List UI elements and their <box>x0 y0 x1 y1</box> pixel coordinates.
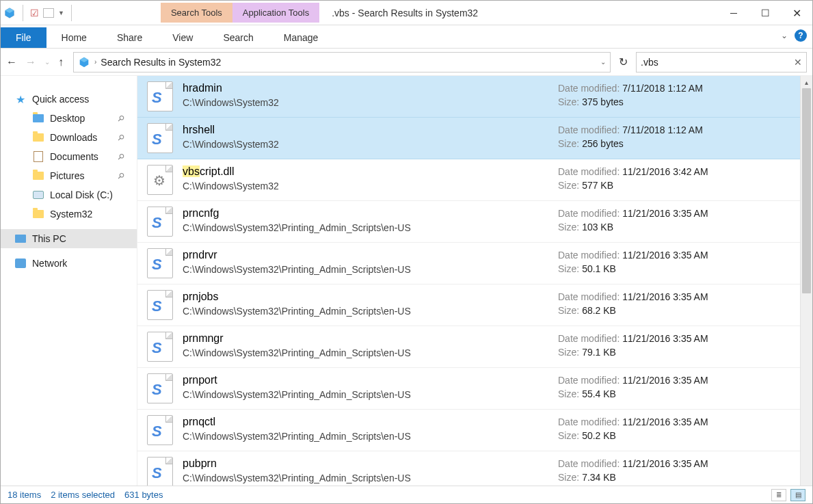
content-view-button[interactable]: ▤ <box>790 489 805 501</box>
result-row[interactable]: prnqctlC:\Windows\System32\Printing_Admi… <box>137 410 800 451</box>
date-modified-label: Date modified: <box>558 457 619 470</box>
pin-icon: ⚲ <box>116 113 126 124</box>
qat-dropdown-icon[interactable]: ▼ <box>58 10 64 16</box>
ribbon-tabs: File Home Share View Search Manage ⌄ ? <box>1 25 812 49</box>
tab-search[interactable]: Search <box>208 27 268 48</box>
result-name-column: pubprnC:\Windows\System32\Printing_Admin… <box>183 457 548 484</box>
this-pc-icon <box>14 233 27 244</box>
result-name-column: prndrvrC:\Windows\System32\Printing_Admi… <box>183 248 548 276</box>
size-label: Size: <box>558 470 579 484</box>
sidebar-quick-access[interactable]: ★ Quick access <box>1 90 137 109</box>
result-row[interactable]: vbscript.dllC:\Windows\System32Date modi… <box>137 159 800 201</box>
result-row[interactable]: prnjobsC:\Windows\System32\Printing_Admi… <box>137 284 800 326</box>
sidebar-system32[interactable]: System32 <box>1 204 137 224</box>
tab-search-tools[interactable]: Search Tools <box>161 3 232 23</box>
tab-share[interactable]: Share <box>102 27 157 48</box>
tab-manage[interactable]: Manage <box>269 27 334 48</box>
date-modified-label: Date modified: <box>558 290 619 304</box>
folder-icon <box>32 170 44 181</box>
file-name: vbscript.dll <box>183 165 548 178</box>
details-view-button[interactable]: ≣ <box>771 489 786 501</box>
date-modified-value: 11/21/2016 3:35 AM <box>622 248 708 262</box>
file-path: C:\Windows\System32\Printing_Admin_Scrip… <box>183 430 548 442</box>
result-row[interactable]: hradminC:\Windows\System32Date modified:… <box>137 76 800 118</box>
separator <box>71 5 72 21</box>
sidebar-this-pc[interactable]: This PC <box>1 229 137 248</box>
address-bar[interactable]: › Search Results in System32 ⌄ <box>73 52 611 72</box>
result-name-column: prnportC:\Windows\System32\Printing_Admi… <box>183 373 548 401</box>
result-name-column: prnjobsC:\Windows\System32\Printing_Admi… <box>183 290 548 317</box>
vbs-file-icon <box>147 290 173 320</box>
date-modified-label: Date modified: <box>558 332 619 345</box>
vbs-file-icon <box>147 457 173 486</box>
sidebar-network[interactable]: Network <box>1 254 137 273</box>
disk-icon <box>32 189 44 200</box>
properties-icon[interactable]: ☑ <box>30 8 39 18</box>
result-meta-column: Date modified:11/21/2016 3:35 AMSize:103… <box>558 207 790 234</box>
close-button[interactable]: ✕ <box>781 1 812 25</box>
search-clear-icon[interactable]: ✕ <box>794 57 802 68</box>
ribbon-collapse-icon[interactable]: ⌄ <box>781 31 788 40</box>
file-path: C:\Windows\System32\Printing_Admin_Scrip… <box>183 305 548 317</box>
tab-view[interactable]: View <box>157 27 208 48</box>
sidebar-local-disk-c[interactable]: Local Disk (C:) <box>1 185 137 204</box>
address-history-icon[interactable]: ⌄ <box>600 58 606 66</box>
sidebar-pictures[interactable]: Pictures ⚲ <box>1 166 137 185</box>
back-button[interactable]: ← <box>6 56 17 68</box>
result-meta-column: Date modified:7/11/2018 1:12 AMSize:375 … <box>558 81 790 109</box>
result-meta-column: Date modified:11/21/2016 3:35 AMSize:50.… <box>558 248 790 276</box>
result-row[interactable]: prndrvrC:\Windows\System32\Printing_Admi… <box>137 243 800 284</box>
sidebar-item-label: Desktop <box>50 113 85 124</box>
file-name: prndrvr <box>183 248 548 262</box>
date-modified-value: 11/21/2016 3:35 AM <box>622 332 708 345</box>
result-name-column: prnmngrC:\Windows\System32\Printing_Admi… <box>183 332 548 359</box>
sidebar-documents[interactable]: Documents ⚲ <box>1 147 137 166</box>
recent-locations-icon[interactable]: ⌄ <box>44 58 50 66</box>
help-icon[interactable]: ? <box>795 29 807 42</box>
result-name-column: prnqctlC:\Windows\System32\Printing_Admi… <box>183 415 548 442</box>
sidebar-item-label: This PC <box>32 233 66 244</box>
pin-icon: ⚲ <box>116 151 126 162</box>
date-modified-value: 11/21/2016 3:35 AM <box>622 457 708 470</box>
new-folder-icon[interactable] <box>43 8 54 18</box>
file-name: hrshell <box>183 123 548 137</box>
scroll-up-icon[interactable]: ▴ <box>801 76 812 88</box>
minimize-button[interactable]: ─ <box>718 1 749 25</box>
folder-icon <box>32 113 44 124</box>
result-row[interactable]: pubprnC:\Windows\System32\Printing_Admin… <box>137 451 800 486</box>
address-text[interactable]: Search Results in System32 <box>101 57 596 68</box>
address-chevron-icon[interactable]: › <box>94 58 96 66</box>
size-label: Size: <box>558 429 579 442</box>
size-value: 577 KB <box>582 178 613 192</box>
scroll-thumb[interactable] <box>802 88 811 293</box>
result-row[interactable]: prnportC:\Windows\System32\Printing_Admi… <box>137 368 800 410</box>
size-label: Size: <box>558 220 579 234</box>
sidebar-downloads[interactable]: Downloads ⚲ <box>1 128 137 147</box>
context-tabs: Search Tools Application Tools <box>161 3 319 23</box>
maximize-button[interactable]: ☐ <box>749 1 781 25</box>
result-row[interactable]: hrshellC:\Windows\System32Date modified:… <box>137 118 800 159</box>
explorer-icon <box>3 7 16 19</box>
up-button[interactable]: ↑ <box>58 56 64 68</box>
results-list[interactable]: hradminC:\Windows\System32Date modified:… <box>137 76 800 486</box>
file-name: prnjobs <box>183 290 548 304</box>
forward-button[interactable]: → <box>25 56 36 68</box>
pin-icon: ⚲ <box>116 132 126 143</box>
sidebar-item-label: Documents <box>50 151 98 162</box>
quick-access-icon: ★ <box>14 94 27 105</box>
size-value: 79.1 KB <box>582 345 616 359</box>
size-value: 50.2 KB <box>582 429 616 442</box>
result-row[interactable]: prncnfgC:\Windows\System32\Printing_Admi… <box>137 201 800 243</box>
sidebar-desktop[interactable]: Desktop ⚲ <box>1 109 137 128</box>
result-row[interactable]: prnmngrC:\Windows\System32\Printing_Admi… <box>137 326 800 368</box>
tab-file[interactable]: File <box>1 27 46 48</box>
tab-home[interactable]: Home <box>46 27 102 48</box>
file-name: prnport <box>183 373 548 387</box>
tab-application-tools[interactable]: Application Tools <box>232 3 319 23</box>
scrollbar[interactable]: ▴ <box>800 76 812 486</box>
search-box[interactable]: .vbs ✕ <box>636 52 807 72</box>
search-query[interactable]: .vbs <box>641 57 790 68</box>
size-value: 103 KB <box>582 220 613 234</box>
refresh-button[interactable]: ↻ <box>619 55 628 68</box>
sidebar-item-label: Network <box>32 258 67 269</box>
